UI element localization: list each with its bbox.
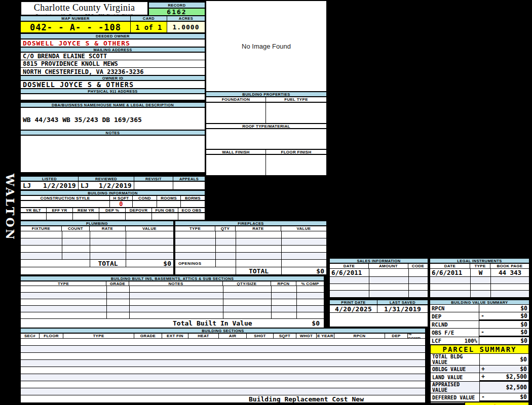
- wall-finish-label: WALL FINISH: [206, 149, 266, 154]
- built-ins-total-row: Total Built In Value $0: [20, 319, 324, 328]
- floor-finish-value: [266, 154, 327, 176]
- empty-cell: [175, 246, 216, 252]
- photo-placeholder: No Image Found: [206, 1, 327, 92]
- parcel-summary-box: PARCEL SUMMARY TOTAL BLDG VALUE $0 OBLDG…: [430, 344, 529, 404]
- empty-cell: [21, 231, 62, 238]
- fireplaces-total-label: TOTAL: [236, 267, 282, 274]
- legal-row: [430, 284, 529, 291]
- card-label: CARD: [131, 16, 167, 21]
- parcel-row: APPRAISED VALUE $2,500: [431, 382, 528, 393]
- mailing-address-box: C/O BRENDA ELAINE SCOTT 8815 PROVIDENCE …: [20, 52, 205, 75]
- empty-cell: [130, 312, 223, 318]
- deeded-owner-value: DOSWELL JOYCE S & OTHERS: [20, 39, 205, 47]
- table-row: [21, 339, 425, 346]
- empty-cell: [130, 306, 223, 312]
- empty-cell: [409, 284, 428, 291]
- ecoobs-label: ECO OBS: [178, 208, 205, 213]
- plumbing-total-label: TOTAL: [90, 260, 126, 267]
- empty-cell: [107, 312, 130, 318]
- obs-fe-value: -$0: [479, 329, 529, 337]
- empty-cell: [62, 253, 90, 259]
- empty-cell: [369, 284, 409, 291]
- empty-cell: [223, 293, 272, 299]
- depovr-value: [126, 213, 152, 220]
- hsqft-value: 0: [110, 200, 133, 208]
- empty-cell: [297, 312, 324, 318]
- fuel-type-label: FUEL TYPE: [266, 97, 327, 102]
- empty-cell: [369, 277, 409, 284]
- funobs-value: [152, 213, 178, 220]
- empty-cell: [21, 306, 107, 312]
- property-record-card: WALTON Charlotte County Virginia Commiss…: [0, 0, 532, 405]
- owner-id-value: DOSWELL JOYCE S & OTHERS: [20, 80, 205, 89]
- bdrms-label: BDRMS: [181, 195, 205, 200]
- appeals-label: APPEALS: [173, 176, 205, 181]
- instrument-type: W: [471, 269, 491, 276]
- empty-cell: [272, 299, 297, 305]
- effyr-label: EFF YR: [47, 208, 73, 213]
- fuel-type-value: [266, 102, 327, 124]
- empty-cell: [21, 253, 62, 259]
- empty-cell: [223, 286, 272, 292]
- summary-row: RPCN $0: [430, 305, 529, 312]
- mailing-address-label: MAILING ADDRESS: [20, 47, 205, 52]
- empty-cell: [471, 277, 491, 284]
- reviewed-by: LJ: [81, 182, 89, 189]
- sales-header-row: DATE AMOUNT CODE: [329, 263, 428, 269]
- table-row: [21, 346, 425, 353]
- table-row: [21, 246, 173, 253]
- physical-911-address-label: PHYSICAL 911 ADDRESS: [20, 89, 205, 94]
- table-row: [21, 312, 324, 318]
- empty-cell: [107, 306, 130, 312]
- empty-cell: [21, 238, 62, 245]
- funobs-label: FUN OBS: [152, 208, 178, 213]
- building-properties-title: BUILDING PROPERTIES: [206, 92, 327, 97]
- empty-cell: [330, 291, 369, 297]
- land-value-label: LAND VALUE: [431, 373, 480, 381]
- reviewed-label: REVIEWED: [79, 176, 134, 181]
- type-label: TYPE: [63, 333, 134, 339]
- empty-cell: [297, 306, 324, 312]
- building-information-title: BUILDING INFORMATION: [20, 190, 205, 195]
- spacer: [175, 267, 236, 274]
- fireplaces-header-row: TYPE QTY RATE VALUE: [175, 226, 327, 231]
- building-sections-title: BUILDING SECTIONS: [20, 328, 426, 333]
- parcel-summary-title: PARCEL SUMMARY: [431, 345, 528, 354]
- empty-cell: [126, 246, 173, 252]
- empty-cell: [175, 253, 216, 259]
- parcel-row: DEFERRED VALUE -$0: [431, 393, 528, 402]
- sqft-label: SQFT: [274, 333, 296, 339]
- obs-fe-label: OBS F/E: [430, 329, 479, 337]
- parcel-row: OBLDG VALUE +$0: [431, 366, 528, 373]
- empty-cell: [175, 238, 216, 245]
- table-row: [175, 238, 326, 246]
- floor-finish-label: FLOOR FINISH: [266, 149, 327, 154]
- parcel-row: TOTAL BLDG VALUE $0: [431, 354, 528, 366]
- taxable-value: $2,500: [465, 402, 528, 405]
- empty-cell: [223, 306, 272, 312]
- table-row: [21, 306, 324, 312]
- foundation-fuel-value-row: [206, 102, 327, 124]
- summary-row: DEP -$0: [430, 312, 529, 321]
- wall-floor-value-row: [206, 154, 327, 176]
- legal-description-value: WB 44/343 WB 35/243 DB 169/365: [20, 107, 205, 130]
- empty-cell: [272, 286, 297, 292]
- reviewed-value: LJ 1/2/2019: [79, 181, 134, 190]
- dep-label: DEP: [430, 312, 479, 320]
- deeded-owner-label: DEEDED OWNER: [20, 33, 205, 39]
- book-page-label: BOOK PAGE: [490, 263, 529, 269]
- fixture-label: FIXTURE: [20, 226, 62, 231]
- built-ins-total-label: Total Built In Value: [21, 319, 252, 327]
- empty-cell: [297, 299, 324, 305]
- empty-cell: [272, 293, 297, 299]
- deferred-value-label: DEFERRED VALUE: [431, 393, 480, 401]
- card-value: 1 of 1: [131, 21, 167, 33]
- empty-cell: [430, 284, 471, 291]
- table-row: [21, 374, 425, 381]
- empty-cell: [369, 291, 409, 297]
- listed-label: LISTED: [20, 176, 79, 181]
- rpcn-label: RPCN: [430, 305, 479, 312]
- empty-cell: [282, 253, 326, 259]
- dba-legal-description-label: DBA/BUISNESS NAME/HOUSE NAME & LEGAL DES…: [20, 102, 205, 107]
- empty-cell: [21, 312, 107, 318]
